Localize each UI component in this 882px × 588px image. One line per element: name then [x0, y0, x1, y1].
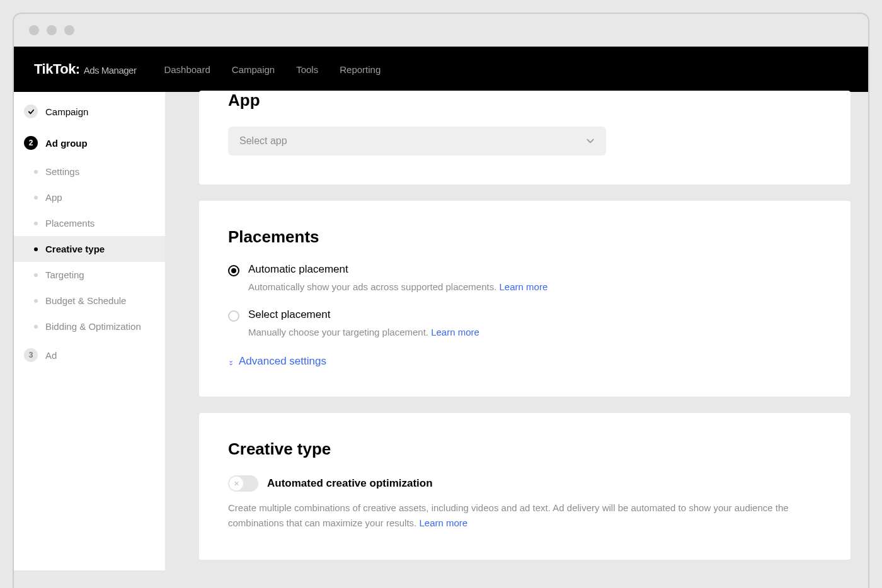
radio-unselected-icon[interactable] — [228, 310, 239, 322]
check-icon — [24, 105, 38, 118]
nav-tools[interactable]: Tools — [296, 64, 318, 75]
window-dot — [64, 25, 74, 35]
placements-card: Placements Automatic placement Automatic… — [199, 201, 850, 397]
body-area: Campaign 2 Ad group Settings App Placeme… — [14, 92, 868, 588]
placement-select-desc-text: Manually choose your targeting placement… — [248, 327, 431, 337]
main-content: App Select app Placements Automatic plac… — [165, 92, 868, 588]
sidebar-item-label: Creative type — [45, 244, 105, 254]
placement-auto-desc: Automatically show your ads across suppo… — [248, 281, 822, 292]
radio-selected-icon[interactable] — [228, 265, 239, 276]
sidebar-step-label: Campaign — [45, 106, 88, 117]
sidebar-step-adgroup[interactable]: 2 Ad group — [14, 127, 165, 159]
step-number-icon: 2 — [24, 136, 38, 150]
dot-icon — [34, 196, 38, 200]
toggle-knob-off-icon: ✕ — [229, 477, 243, 490]
sidebar-item-label: Placements — [45, 218, 94, 229]
step-number-icon: 3 — [24, 348, 38, 362]
top-nav: TikTok: Ads Manager Dashboard Campaign T… — [14, 47, 868, 92]
sidebar-item-label: Targeting — [45, 269, 84, 280]
sidebar-step-label: Ad — [45, 350, 57, 361]
chevron-down-icon — [586, 137, 595, 145]
auto-creative-toggle[interactable]: ✕ — [228, 475, 258, 492]
window-dot — [47, 25, 57, 35]
nav-reporting[interactable]: Reporting — [340, 64, 381, 75]
section-heading-placements: Placements — [228, 201, 822, 263]
app-card: App Select app — [199, 91, 850, 184]
window-dot — [29, 25, 39, 35]
nav-campaign[interactable]: Campaign — [232, 64, 275, 75]
placement-select-desc: Manually choose your targeting placement… — [248, 327, 822, 337]
sidebar-item-label: Settings — [45, 166, 79, 177]
dot-icon — [34, 247, 38, 251]
sidebar-step-label: Ad group — [45, 138, 88, 149]
sidebar: Campaign 2 Ad group Settings App Placeme… — [14, 92, 165, 570]
auto-creative-desc-text: Create multiple combinations of creative… — [228, 502, 789, 528]
sidebar-item-label: Bidding & Optimization — [45, 321, 141, 332]
dot-icon — [34, 170, 38, 174]
auto-creative-toggle-label: Automated creative optimization — [267, 477, 433, 490]
advanced-settings-label: Advanced settings — [239, 355, 326, 368]
dot-icon — [34, 325, 38, 329]
sidebar-step-ad[interactable]: 3 Ad — [14, 339, 165, 371]
brand-logo: TikTok: Ads Manager — [34, 61, 136, 77]
placement-select-option[interactable]: Select placement — [228, 308, 822, 322]
creative-type-card: Creative type ✕ Automated creative optim… — [199, 413, 850, 560]
auto-creative-toggle-row: ✕ Automated creative optimization — [228, 475, 822, 492]
learn-more-link[interactable]: Learn more — [431, 327, 479, 337]
placement-auto-desc-text: Automatically show your ads across suppo… — [248, 281, 500, 292]
brand-sub: Ads Manager — [84, 65, 137, 76]
placement-select-label: Select placement — [248, 308, 330, 321]
app-window: TikTok: Ads Manager Dashboard Campaign T… — [13, 13, 869, 588]
app-select-placeholder: Select app — [239, 135, 287, 147]
learn-more-link[interactable]: Learn more — [500, 281, 548, 292]
sidebar-item-app[interactable]: App — [14, 184, 165, 210]
double-chevron-down-icon: ⌄⌄ — [228, 359, 234, 365]
brand-name: TikTok: — [34, 61, 80, 77]
window-titlebar — [14, 14, 868, 47]
auto-creative-desc: Create multiple combinations of creative… — [228, 500, 822, 531]
sidebar-item-label: Budget & Schedule — [45, 295, 126, 306]
placement-auto-option[interactable]: Automatic placement — [228, 263, 822, 276]
sidebar-item-label: App — [45, 192, 62, 203]
sidebar-item-settings[interactable]: Settings — [14, 159, 165, 184]
sidebar-item-bidding-optimization[interactable]: Bidding & Optimization — [14, 314, 165, 339]
sidebar-item-targeting[interactable]: Targeting — [14, 262, 165, 288]
app-select[interactable]: Select app — [228, 127, 606, 155]
nav-dashboard[interactable]: Dashboard — [164, 64, 210, 75]
learn-more-link[interactable]: Learn more — [419, 517, 467, 528]
sidebar-item-placements[interactable]: Placements — [14, 210, 165, 236]
sidebar-item-budget-schedule[interactable]: Budget & Schedule — [14, 288, 165, 314]
placement-auto-label: Automatic placement — [248, 263, 348, 276]
section-heading-creative: Creative type — [228, 413, 822, 475]
dot-icon — [34, 299, 38, 303]
dot-icon — [34, 222, 38, 225]
section-heading-app: App — [228, 91, 822, 127]
dot-icon — [34, 273, 38, 277]
advanced-settings-toggle[interactable]: ⌄⌄ Advanced settings — [228, 355, 326, 368]
sidebar-item-creative-type[interactable]: Creative type — [14, 236, 165, 262]
sidebar-step-campaign[interactable]: Campaign — [14, 96, 165, 127]
